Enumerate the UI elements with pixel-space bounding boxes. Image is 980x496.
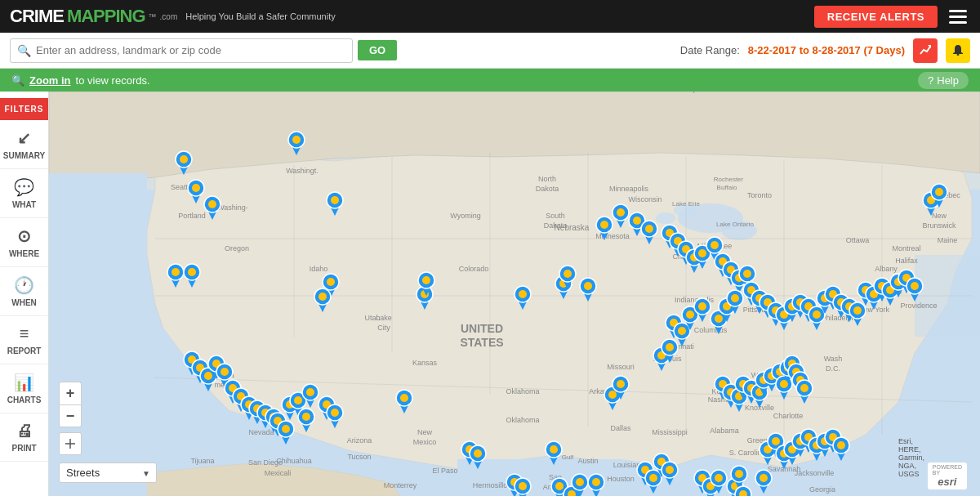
svg-point-264 bbox=[400, 394, 408, 402]
map-pin[interactable] bbox=[203, 195, 221, 220]
main-content: FILTERS ↙ SUMMARY 💬 WHAT ⊙ WHERE 🕐 WHEN … bbox=[0, 92, 980, 496]
map-controls: + − bbox=[59, 382, 82, 455]
receive-alerts-button[interactable]: RECEIVE ALERTS bbox=[814, 6, 938, 28]
sidebar-item-summary[interactable]: ↙ SUMMARY bbox=[0, 120, 48, 169]
svg-text:Mississippi: Mississippi bbox=[652, 428, 688, 436]
map-pin[interactable] bbox=[314, 288, 332, 312]
svg-text:Washing-: Washing- bbox=[217, 203, 248, 212]
trend-button[interactable] bbox=[913, 38, 938, 63]
map-pin[interactable] bbox=[187, 179, 205, 203]
map-pin[interactable] bbox=[930, 183, 948, 208]
map-pin[interactable] bbox=[579, 277, 597, 302]
svg-text:North: North bbox=[538, 175, 556, 183]
svg-text:South: South bbox=[546, 212, 565, 220]
svg-text:Colorado: Colorado bbox=[459, 265, 489, 273]
svg-point-124 bbox=[318, 293, 327, 301]
svg-text:Halifax: Halifax bbox=[895, 257, 918, 265]
svg-point-368 bbox=[617, 380, 625, 388]
logo-com: .com bbox=[160, 12, 178, 21]
search-field-container: 🔍 bbox=[10, 38, 353, 63]
map-pin[interactable] bbox=[287, 131, 305, 155]
sidebar-item-report[interactable]: ≡ REPORT bbox=[0, 316, 48, 364]
map-pin[interactable] bbox=[514, 477, 532, 496]
svg-point-224 bbox=[935, 188, 943, 196]
map-pin[interactable] bbox=[183, 263, 201, 288]
esri-logo-text: esri bbox=[938, 476, 956, 488]
zoom-in-button[interactable]: + bbox=[59, 382, 82, 404]
svg-text:Mexicali: Mexicali bbox=[265, 469, 292, 477]
map-pin[interactable] bbox=[514, 285, 532, 310]
svg-point-178 bbox=[731, 294, 739, 302]
alert-bell-button[interactable] bbox=[946, 38, 970, 63]
svg-text:Georgia: Georgia bbox=[809, 485, 835, 494]
search-input[interactable] bbox=[36, 44, 345, 56]
svg-text:Tijuana: Tijuana bbox=[190, 457, 214, 465]
svg-point-274 bbox=[550, 445, 558, 454]
svg-text:Charlotte: Charlotte bbox=[773, 412, 804, 420]
map-pin[interactable] bbox=[832, 436, 850, 461]
map-pin[interactable] bbox=[640, 220, 658, 244]
map-pin[interactable] bbox=[395, 389, 413, 413]
top-nav: CRIMEMAPPING™.com Helping You Build a Sa… bbox=[0, 0, 980, 33]
map-pin[interactable] bbox=[417, 271, 435, 296]
sidebar-item-what[interactable]: 💬 WHAT bbox=[0, 169, 48, 218]
sidebar-item-charts[interactable]: 📊 CHARTS bbox=[0, 364, 48, 413]
svg-text:Idaho: Idaho bbox=[310, 265, 328, 273]
map-pin[interactable] bbox=[301, 383, 319, 408]
help-button[interactable]: ? Help bbox=[918, 72, 969, 89]
map-pin[interactable] bbox=[277, 420, 295, 445]
svg-text:Memphis: Memphis bbox=[677, 92, 707, 93]
map-pin[interactable] bbox=[175, 150, 193, 175]
svg-point-120 bbox=[172, 268, 180, 276]
map-pin[interactable] bbox=[612, 203, 630, 228]
map-pin[interactable] bbox=[906, 277, 924, 302]
hamburger-button[interactable] bbox=[946, 7, 970, 27]
map-pin[interactable] bbox=[167, 263, 185, 288]
map-pin[interactable] bbox=[326, 191, 344, 216]
filters-button[interactable]: FILTERS bbox=[0, 98, 48, 120]
svg-point-114 bbox=[208, 200, 216, 208]
map-pin[interactable] bbox=[559, 265, 577, 289]
map-pin[interactable] bbox=[661, 461, 679, 485]
map-pin[interactable] bbox=[545, 440, 563, 465]
map-pin[interactable] bbox=[326, 404, 344, 428]
map-pin[interactable] bbox=[595, 216, 613, 240]
svg-text:Wash: Wash bbox=[824, 355, 843, 363]
map-pin[interactable] bbox=[734, 485, 752, 496]
map-pin[interactable] bbox=[755, 469, 773, 494]
tagline: Helping You Build a Safer Community bbox=[185, 11, 335, 21]
svg-point-296 bbox=[715, 474, 723, 482]
svg-point-258 bbox=[306, 388, 314, 396]
svg-text:Mexico: Mexico bbox=[413, 438, 437, 446]
go-button[interactable]: GO bbox=[358, 40, 397, 60]
sidebar-item-when[interactable]: 🕐 WHEN bbox=[0, 267, 48, 316]
compass-button[interactable] bbox=[59, 432, 82, 455]
map-pin[interactable] bbox=[693, 297, 711, 322]
streets-select[interactable]: Streets Satellite Topo Gray bbox=[59, 462, 157, 483]
svg-point-282 bbox=[592, 478, 600, 486]
date-range-value: 8-22-2017 to 8-28-2017 (7 Days) bbox=[748, 44, 905, 56]
map-pin[interactable] bbox=[469, 445, 487, 469]
svg-point-300 bbox=[735, 470, 743, 478]
map-pin[interactable] bbox=[795, 379, 813, 404]
svg-point-118 bbox=[327, 278, 335, 286]
svg-text:UNITED: UNITED bbox=[461, 322, 503, 335]
sidebar-item-where[interactable]: ⊙ WHERE bbox=[0, 218, 48, 267]
svg-text:Tucson: Tucson bbox=[347, 453, 371, 461]
svg-text:Kansas: Kansas bbox=[412, 359, 438, 367]
map-pin[interactable] bbox=[612, 375, 630, 400]
map-area[interactable]: UNITED STATES Nebraska Colorado Utah Ida… bbox=[49, 92, 980, 496]
svg-point-364 bbox=[666, 343, 674, 351]
svg-text:Oregon: Oregon bbox=[225, 244, 249, 252]
map-pin[interactable] bbox=[661, 338, 679, 363]
map-pin[interactable] bbox=[297, 408, 315, 432]
svg-point-330 bbox=[837, 441, 845, 449]
zoom-link[interactable]: Zoom in bbox=[29, 74, 71, 87]
map-pin[interactable] bbox=[571, 473, 589, 496]
sidebar-item-print[interactable]: 🖨 PRINT bbox=[0, 413, 48, 462]
map-pin[interactable] bbox=[587, 473, 605, 496]
zoom-out-button[interactable]: − bbox=[59, 404, 82, 427]
map-pin[interactable] bbox=[710, 469, 728, 494]
svg-text:El Paso: El Paso bbox=[432, 467, 457, 475]
map-pin[interactable] bbox=[726, 289, 744, 314]
